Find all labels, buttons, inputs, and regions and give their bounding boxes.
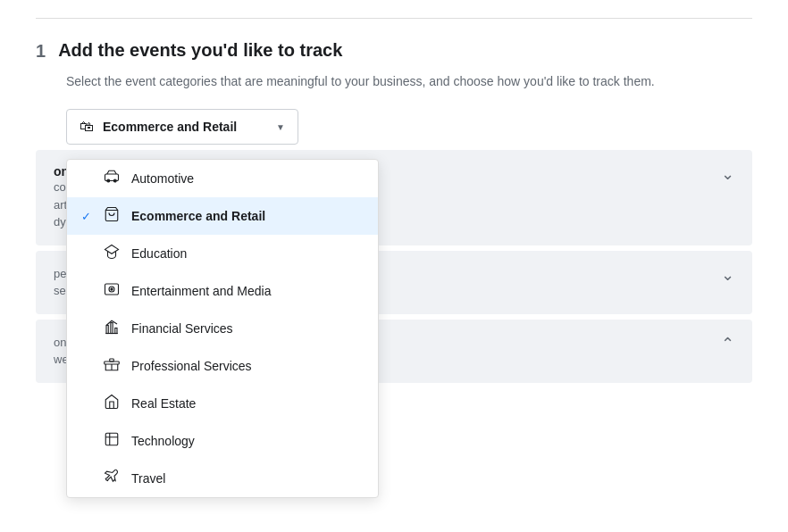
step-number: 1 [36,40,46,62]
travel-label: Travel [131,471,165,486]
realestate-label: Real Estate [131,396,196,411]
realestate-icon [103,394,121,413]
dropdown-item-financial[interactable]: Financial Services [67,310,378,347]
financial-label: Financial Services [131,321,233,336]
financial-icon [103,319,121,338]
svg-rect-11 [115,328,117,334]
entertainment-label: Entertainment and Media [131,284,271,298]
professional-label: Professional Services [131,359,252,373]
financial-checkmark [81,322,96,336]
ecommerce-checkmark: ✓ [81,210,96,223]
category-dropdown[interactable]: 🛍 Ecommerce and Retail ▼ [66,109,298,145]
panel1-chevron-icon[interactable]: ⌄ [721,164,734,184]
automotive-label: Automotive [131,171,194,186]
dropdown-item-education[interactable]: Education [67,235,378,272]
travel-checkmark [81,472,96,486]
step-header: 1 Add the events you'd like to track [36,40,752,62]
technology-label: Technology [131,434,195,448]
dropdown-item-travel[interactable]: Travel [67,460,378,497]
dropdown-item-entertainment[interactable]: Entertainment and Media [67,272,378,310]
dropdown-bag-icon: 🛍 [80,119,94,135]
svg-point-7 [111,288,113,290]
automotive-checkmark [81,172,96,186]
section-divider [36,18,752,19]
svg-rect-9 [106,326,108,334]
svg-rect-10 [111,323,113,334]
professional-icon [103,356,121,376]
entertainment-checkmark [81,285,96,298]
dropdown-item-professional[interactable]: Professional Services [67,347,378,385]
svg-point-2 [113,179,116,182]
dropdown-menu: Automotive ✓ Ecommerce and Retail [66,159,379,498]
dropdown-selected-label: Ecommerce and Retail [103,120,269,134]
travel-icon [103,469,121,488]
education-icon [103,244,121,263]
automotive-icon [103,169,121,188]
dropdown-item-technology[interactable]: Technology [67,422,378,460]
technology-icon [103,431,121,451]
dropdown-item-realestate[interactable]: Real Estate [67,385,378,422]
education-label: Education [131,246,187,261]
svg-marker-4 [105,245,119,254]
step-description: Select the event categories that are mea… [66,72,692,91]
professional-checkmark [81,360,96,373]
panel2-chevron-icon[interactable]: ⌄ [721,265,734,285]
dropdown-item-ecommerce[interactable]: ✓ Ecommerce and Retail [67,197,378,235]
education-checkmark [81,247,96,261]
ecommerce-label: Ecommerce and Retail [131,209,265,223]
entertainment-icon [103,281,121,301]
technology-checkmark [81,435,96,448]
panel3-chevron-icon[interactable]: ⌃ [721,334,734,353]
svg-point-1 [107,179,110,182]
svg-rect-13 [110,359,114,362]
step-title: Add the events you'd like to track [58,40,342,61]
ecommerce-icon [103,206,121,226]
dropdown-item-automotive[interactable]: Automotive [67,160,378,197]
realestate-checkmark [81,397,96,411]
dropdown-chevron-icon: ▼ [276,122,285,132]
